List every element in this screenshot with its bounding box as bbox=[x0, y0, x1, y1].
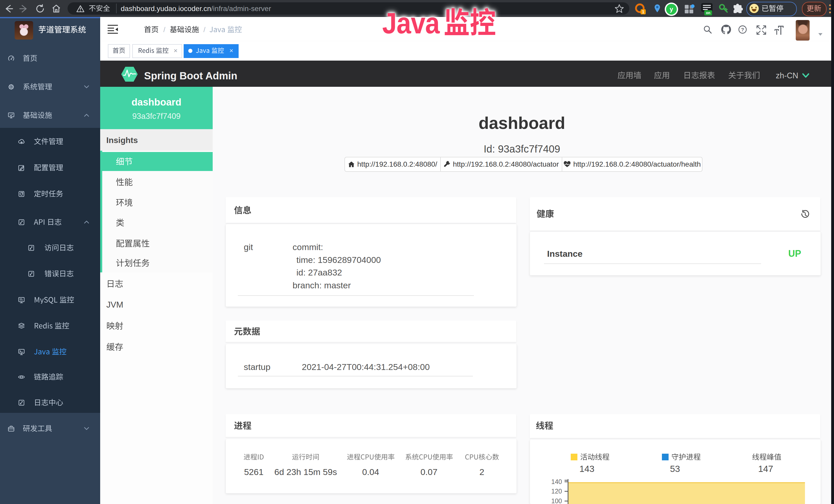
svg-text:1: 1 bbox=[642, 10, 644, 14]
svg-text:y: y bbox=[670, 6, 673, 13]
svg-text:?: ? bbox=[741, 27, 744, 32]
svg-text:on: on bbox=[706, 11, 710, 15]
